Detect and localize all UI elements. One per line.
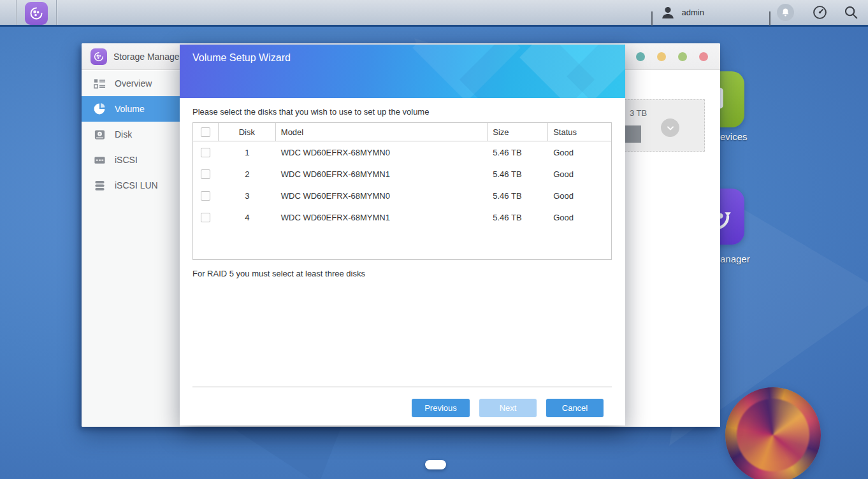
- volume-summary-panel: 3 TB: [625, 99, 705, 152]
- wizard-header: Volume Setup Wizard: [180, 45, 625, 98]
- disk-size: 5.46 TB: [488, 163, 548, 185]
- gauge-icon: [812, 4, 828, 20]
- window-title: Storage Manager: [113, 43, 182, 70]
- disk-model: WDC WD60EFRX-68MYMN1: [276, 163, 488, 185]
- window-control-close[interactable]: [699, 52, 708, 61]
- disk-checkbox[interactable]: [201, 213, 210, 222]
- volume-size-fragment: 3 TB: [630, 108, 647, 118]
- user-icon: [660, 5, 676, 20]
- sidebar-item-label: Volume: [115, 104, 145, 114]
- disk-status: Good: [548, 206, 611, 228]
- disk-number: 1: [219, 141, 276, 163]
- window-control-minimize[interactable]: [657, 52, 666, 61]
- asustor-swirl-logo: [725, 387, 821, 479]
- volume-usage-bar: [625, 125, 641, 143]
- disk-size: 5.46 TB: [488, 141, 548, 163]
- volume-pie-icon: [93, 103, 106, 115]
- previous-button[interactable]: Previous: [412, 399, 470, 417]
- taskbar-divider: [56, 0, 57, 25]
- username-label: admin: [682, 8, 704, 17]
- disk-status: Good: [548, 185, 611, 206]
- search-button[interactable]: [843, 4, 859, 20]
- bell-icon: [780, 7, 791, 18]
- chevron-down-icon: [665, 123, 676, 133]
- disk-checkbox[interactable]: [201, 169, 210, 179]
- raid-requirement-note: For RAID 5 you must select at least thre…: [192, 269, 365, 278]
- search-icon: [843, 4, 859, 20]
- disk-table: Disk Model Size Status 1 WDC WD60EFRX-68…: [192, 122, 612, 260]
- dock-reveal-handle[interactable]: [425, 460, 446, 469]
- cancel-button[interactable]: Cancel: [546, 399, 604, 417]
- disk-row-3[interactable]: 3 WDC WD60EFRX-68MYMN0 5.46 TB Good: [193, 185, 611, 206]
- volume-setup-wizard-dialog: Volume Setup Wizard Please select the di…: [180, 45, 625, 425]
- desktop: admin: [0, 0, 868, 479]
- notifications-button[interactable]: [777, 4, 794, 21]
- system-monitor-button[interactable]: [812, 4, 828, 20]
- user-menu[interactable]: admin: [660, 5, 704, 20]
- expand-volume-button[interactable]: [661, 118, 679, 137]
- disk-checkbox[interactable]: [201, 148, 210, 157]
- sidebar-item-iscsi[interactable]: iSCSI: [82, 147, 180, 173]
- column-header-size: Size: [488, 123, 548, 141]
- disk-status: Good: [548, 141, 611, 163]
- disk-row-4[interactable]: 4 WDC WD60EFRX-68MYMN1 5.46 TB Good: [193, 206, 611, 228]
- storage-manager-glyph: [93, 51, 105, 62]
- disk-status: Good: [548, 163, 611, 185]
- disk-icon: [93, 128, 106, 141]
- desktop-icon-label: evices: [720, 131, 748, 142]
- column-header-model: Model: [276, 123, 488, 141]
- wizard-title: Volume Setup Wizard: [192, 52, 291, 64]
- select-all-checkbox[interactable]: [201, 127, 210, 137]
- disk-model: WDC WD60EFRX-68MYMN1: [276, 206, 488, 228]
- footer-divider: [192, 387, 612, 387]
- storage-manager-sidebar: Overview Volume: [82, 71, 180, 427]
- column-header-status: Status: [548, 123, 611, 141]
- storage-manager-glyph: [29, 6, 44, 21]
- sidebar-item-volume[interactable]: Volume: [82, 96, 180, 122]
- sidebar-item-label: Overview: [115, 78, 152, 89]
- disk-number: 4: [219, 206, 276, 228]
- desktop-icon-label: anager: [720, 254, 750, 264]
- iscsi-icon: [93, 154, 106, 166]
- overview-icon: [93, 77, 106, 90]
- taskbar-storage-manager-icon[interactable]: [25, 2, 48, 25]
- window-app-icon: [90, 48, 107, 65]
- disk-number: 3: [219, 185, 276, 206]
- disk-model: WDC WD60EFRX-68MYMN0: [276, 141, 488, 163]
- window-control-pin[interactable]: [636, 52, 645, 61]
- sidebar-item-label: iSCSI: [115, 155, 138, 165]
- iscsi-lun-icon: [93, 179, 106, 192]
- disk-row-2[interactable]: 2 WDC WD60EFRX-68MYMN1 5.46 TB Good: [193, 163, 611, 185]
- sidebar-item-iscsi-lun[interactable]: iSCSI LUN: [82, 173, 180, 198]
- disk-checkbox[interactable]: [201, 191, 210, 201]
- disk-row-1[interactable]: 1 WDC WD60EFRX-68MYMN0 5.46 TB Good: [193, 141, 611, 163]
- disk-model: WDC WD60EFRX-68MYMN0: [276, 185, 488, 206]
- disk-size: 5.46 TB: [488, 206, 548, 228]
- window-control-maximize[interactable]: [678, 52, 687, 61]
- sidebar-item-label: Disk: [115, 129, 132, 139]
- top-taskbar: admin: [0, 0, 868, 27]
- sidebar-item-overview[interactable]: Overview: [82, 71, 180, 96]
- disk-table-header: Disk Model Size Status: [193, 123, 611, 141]
- wizard-instruction: Please select the disks that you wish to…: [192, 107, 429, 117]
- taskbar-divider: [769, 11, 770, 25]
- sidebar-item-disk[interactable]: Disk: [82, 122, 180, 147]
- sidebar-item-label: iSCSI LUN: [115, 180, 158, 190]
- next-button[interactable]: Next: [479, 399, 537, 417]
- taskbar-divider: [651, 11, 653, 25]
- column-header-disk: Disk: [219, 123, 276, 141]
- taskbar-divider: [16, 0, 17, 25]
- disk-size: 5.46 TB: [488, 185, 548, 206]
- disk-number: 2: [219, 163, 276, 185]
- wizard-footer-buttons: Previous Next Cancel: [412, 399, 604, 417]
